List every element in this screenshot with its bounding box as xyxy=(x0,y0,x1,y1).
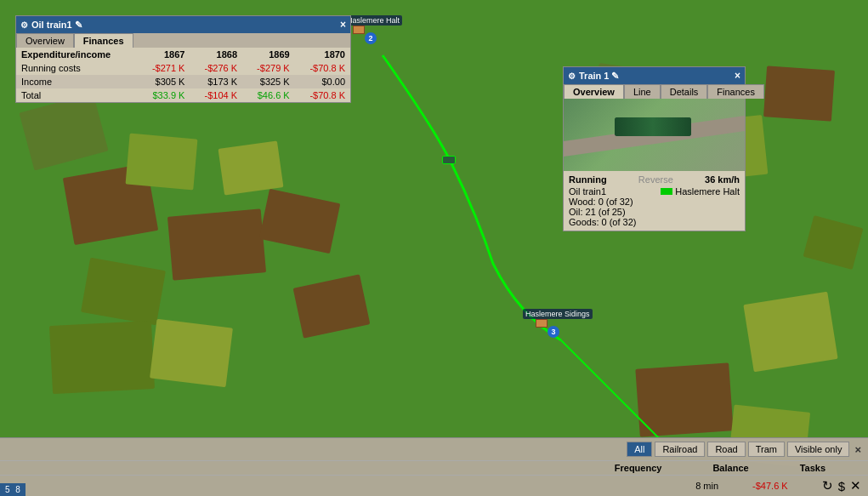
income-1868: $173 K xyxy=(190,75,242,88)
running-costs-1869: -$279 K xyxy=(242,61,295,75)
list-item-row: 8 min -$47.6 K ↻ $ ✕ xyxy=(0,475,868,496)
train1-gear-icon: ⚙ xyxy=(568,71,576,81)
filter-all-button[interactable]: All xyxy=(627,442,652,457)
terrain-patch xyxy=(49,321,155,394)
train1-info: Running Reverse 36 km/h Oil train1 Hasle… xyxy=(564,171,745,231)
oil-train-edit-icon[interactable]: ✎ xyxy=(75,20,82,31)
filter-railroad-button[interactable]: Railroad xyxy=(655,442,705,457)
close-task-button[interactable]: ✕ xyxy=(850,478,861,493)
train1-panel: ⚙ Train 1 ✎ × Overview Line Details Fina… xyxy=(563,66,746,231)
bottom-filter-bar: All Railroad Road Tram Visible only × Fr… xyxy=(0,437,868,496)
running-costs-1867: -$271 K xyxy=(138,61,190,75)
train1-close-button[interactable]: × xyxy=(735,70,740,82)
income-1867: $305 K xyxy=(138,75,190,88)
train1-title: Train 1 xyxy=(579,71,609,81)
header-frequency: Frequency xyxy=(615,463,662,473)
terrain-patch xyxy=(635,362,733,436)
train1-speed: 36 km/h xyxy=(705,174,740,185)
cargo-line-1: Oil: 21 (of 25) xyxy=(569,207,740,217)
table-row-income: Income $305 K $173 K $325 K $0.00 xyxy=(16,75,350,88)
header-tasks: Tasks xyxy=(800,463,825,473)
filter-tram-button[interactable]: Tram xyxy=(748,442,785,457)
status-value-2: 8 xyxy=(15,485,20,494)
tab-overview[interactable]: Overview xyxy=(16,33,74,48)
list-item-balance: -$47.6 K xyxy=(752,481,788,491)
refresh-icon-button[interactable]: ↻ xyxy=(822,478,833,493)
oil-train-close-button[interactable]: × xyxy=(340,19,346,31)
terrain-patch xyxy=(763,66,835,121)
income-1869: $325 K xyxy=(242,75,295,88)
train1-tab-line[interactable]: Line xyxy=(624,84,661,99)
terrain-patch xyxy=(167,208,266,280)
row-label-running-costs: Running costs xyxy=(16,61,138,75)
terrain-patch xyxy=(218,140,284,195)
oil-train-title: Oil train1 xyxy=(31,20,72,30)
row-label-income: Income xyxy=(16,75,138,88)
train1-tab-overview[interactable]: Overview xyxy=(564,84,624,99)
col-header-label: Expenditure/income xyxy=(16,48,138,61)
train1-status-row: Running Reverse 36 km/h xyxy=(569,174,740,185)
total-1870: -$70.8 K xyxy=(295,88,350,102)
running-costs-1868: -$276 K xyxy=(190,61,242,75)
train1-panel-header: ⚙ Train 1 ✎ × xyxy=(564,67,745,84)
filter-road-button[interactable]: Road xyxy=(707,442,745,457)
header-balance: Balance xyxy=(712,463,748,473)
status-bar: 5 8 xyxy=(0,483,26,496)
total-1869: $46.6 K xyxy=(242,88,295,102)
tab-finances[interactable]: Finances xyxy=(74,33,133,48)
station-label-haslemere-halt: Haslemere Halt xyxy=(344,15,402,26)
train1-tab-finances[interactable]: Finances xyxy=(707,84,764,99)
train1-cargo-name-row: Oil train1 Haslemere Halt xyxy=(569,186,740,197)
train1-status: Running xyxy=(569,174,607,185)
col-header-1870: 1870 xyxy=(295,48,350,61)
station-badge-haslemere-sidings: 3 xyxy=(547,326,559,338)
train1-reverse: Reverse xyxy=(638,174,673,185)
col-header-1869: 1869 xyxy=(242,48,295,61)
gear-icon: ⚙ xyxy=(20,20,28,30)
train1-edit-icon[interactable]: ✎ xyxy=(611,71,619,82)
oil-train-panel-header: ⚙ Oil train1 ✎ × xyxy=(16,16,350,33)
income-1870: $0.00 xyxy=(295,75,350,88)
total-1867: $33.9 K xyxy=(138,88,190,102)
table-row-running-costs: Running costs -$271 K -$276 K -$279 K -$… xyxy=(16,61,350,75)
train-icon xyxy=(442,156,456,164)
train1-tab-details[interactable]: Details xyxy=(661,84,708,99)
filter-row: All Railroad Road Tram Visible only × xyxy=(0,438,868,461)
running-costs-1870: -$70.8 K xyxy=(295,61,350,75)
station-label-haslemere-sidings: Haslemere Sidings xyxy=(523,309,593,319)
train1-tabs: Overview Line Details Finances xyxy=(564,84,745,99)
terrain-patch xyxy=(150,319,233,387)
cargo-line-0: Wood: 0 (of 32) xyxy=(569,197,740,207)
terrain-patch xyxy=(743,292,837,373)
oil-train-panel: ⚙ Oil train1 ✎ × Overview Finances Expen… xyxy=(15,15,351,103)
list-header-row: Frequency Balance Tasks xyxy=(0,461,868,475)
preview-vehicle xyxy=(615,117,691,136)
list-item-frequency: 8 min xyxy=(695,481,718,491)
table-row-total: Total $33.9 K -$104 K $46.6 K -$70.8 K xyxy=(16,88,350,102)
train1-destination: Haslemere Halt xyxy=(675,186,740,197)
cargo-indicator xyxy=(661,188,672,195)
task-icons: ↻ $ ✕ xyxy=(822,478,861,493)
row-label-total: Total xyxy=(16,88,138,102)
terrain-patch xyxy=(126,134,198,191)
cargo-line-2: Goods: 0 (of 32) xyxy=(569,217,740,227)
train1-cargo-name: Oil train1 xyxy=(569,186,658,197)
col-header-1867: 1867 xyxy=(138,48,190,61)
station-badge-haslemere-halt: 2 xyxy=(365,32,377,44)
train-preview xyxy=(564,99,745,171)
oil-train-tabs: Overview Finances xyxy=(16,33,350,48)
filter-visible-only-button[interactable]: Visible only xyxy=(787,442,849,457)
total-1868: -$104 K xyxy=(190,88,242,102)
status-value-1: 5 xyxy=(5,485,10,494)
dollar-icon-button[interactable]: $ xyxy=(838,478,845,493)
filter-close-button[interactable]: × xyxy=(854,443,861,456)
col-header-1868: 1868 xyxy=(190,48,242,61)
finances-table: Expenditure/income 1867 1868 1869 1870 R… xyxy=(16,48,350,102)
